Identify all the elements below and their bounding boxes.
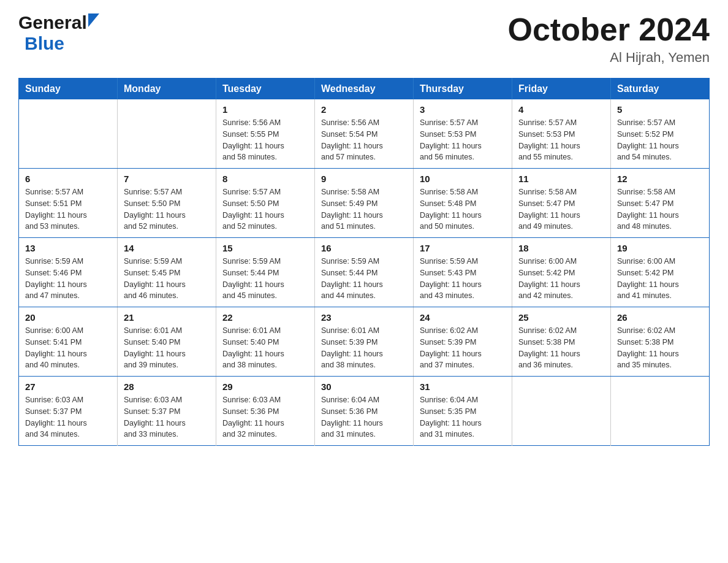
day-number: 8 <box>222 174 308 184</box>
day-info: Sunrise: 5:58 AM Sunset: 5:47 PM Dayligh… <box>518 186 604 232</box>
day-number: 1 <box>222 104 308 115</box>
day-info: Sunrise: 6:02 AM Sunset: 5:38 PM Dayligh… <box>518 325 604 371</box>
day-info: Sunrise: 6:00 AM Sunset: 5:42 PM Dayligh… <box>617 256 703 302</box>
calendar-day-cell: 3Sunrise: 5:57 AM Sunset: 5:53 PM Daylig… <box>414 99 512 169</box>
day-number: 18 <box>518 243 604 253</box>
day-number: 16 <box>321 243 407 253</box>
calendar-day-cell: 31Sunrise: 6:04 AM Sunset: 5:35 PM Dayli… <box>414 377 512 446</box>
logo-arrow-icon <box>88 13 99 29</box>
day-number: 3 <box>420 104 506 115</box>
calendar-day-cell: 18Sunrise: 6:00 AM Sunset: 5:42 PM Dayli… <box>512 238 611 307</box>
day-info: Sunrise: 6:02 AM Sunset: 5:38 PM Dayligh… <box>617 325 703 371</box>
calendar-day-cell: 8Sunrise: 5:57 AM Sunset: 5:50 PM Daylig… <box>216 169 315 238</box>
calendar-day-cell: 1Sunrise: 5:56 AM Sunset: 5:55 PM Daylig… <box>216 99 315 169</box>
day-number: 25 <box>518 312 604 323</box>
calendar-day-cell: 5Sunrise: 5:57 AM Sunset: 5:52 PM Daylig… <box>611 99 710 169</box>
day-info: Sunrise: 5:57 AM Sunset: 5:53 PM Dayligh… <box>518 117 604 163</box>
calendar-header-cell: Tuesday <box>216 79 315 100</box>
day-info: Sunrise: 5:56 AM Sunset: 5:55 PM Dayligh… <box>222 117 308 163</box>
day-number: 11 <box>518 174 604 184</box>
day-info: Sunrise: 6:01 AM Sunset: 5:40 PM Dayligh… <box>222 325 308 371</box>
day-number: 19 <box>617 243 703 253</box>
day-info: Sunrise: 6:03 AM Sunset: 5:37 PM Dayligh… <box>25 394 111 440</box>
day-number: 9 <box>321 174 407 184</box>
day-info: Sunrise: 5:59 AM Sunset: 5:45 PM Dayligh… <box>124 256 210 302</box>
calendar-day-cell <box>512 377 611 446</box>
calendar-day-cell: 26Sunrise: 6:02 AM Sunset: 5:38 PM Dayli… <box>611 307 710 377</box>
day-number: 4 <box>518 104 604 115</box>
calendar-week-row: 27Sunrise: 6:03 AM Sunset: 5:37 PM Dayli… <box>19 377 710 446</box>
calendar-header-cell: Sunday <box>19 79 118 100</box>
day-number: 22 <box>222 312 308 323</box>
calendar-day-cell: 28Sunrise: 6:03 AM Sunset: 5:37 PM Dayli… <box>118 377 216 446</box>
day-info: Sunrise: 5:57 AM Sunset: 5:51 PM Dayligh… <box>25 186 111 232</box>
day-info: Sunrise: 6:02 AM Sunset: 5:39 PM Dayligh… <box>420 325 506 371</box>
calendar-day-cell: 23Sunrise: 6:01 AM Sunset: 5:39 PM Dayli… <box>315 307 414 377</box>
day-number: 10 <box>420 174 506 184</box>
calendar-day-cell: 29Sunrise: 6:03 AM Sunset: 5:36 PM Dayli… <box>216 377 315 446</box>
calendar-table: SundayMondayTuesdayWednesdayThursdayFrid… <box>18 78 710 446</box>
location-text: Al Hijrah, Yemen <box>508 50 710 66</box>
day-info: Sunrise: 5:57 AM Sunset: 5:52 PM Dayligh… <box>617 117 703 163</box>
day-info: Sunrise: 6:04 AM Sunset: 5:36 PM Dayligh… <box>321 394 407 440</box>
day-info: Sunrise: 5:57 AM Sunset: 5:53 PM Dayligh… <box>420 117 506 163</box>
day-number: 28 <box>124 381 210 392</box>
day-number: 29 <box>222 381 308 392</box>
calendar-day-cell: 24Sunrise: 6:02 AM Sunset: 5:39 PM Dayli… <box>414 307 512 377</box>
title-section: October 2024 Al Hijrah, Yemen <box>508 12 710 66</box>
calendar-header-cell: Monday <box>118 79 216 100</box>
day-info: Sunrise: 5:57 AM Sunset: 5:50 PM Dayligh… <box>124 186 210 232</box>
day-info: Sunrise: 5:58 AM Sunset: 5:47 PM Dayligh… <box>617 186 703 232</box>
calendar-day-cell: 27Sunrise: 6:03 AM Sunset: 5:37 PM Dayli… <box>19 377 118 446</box>
svg-marker-0 <box>88 13 99 27</box>
day-info: Sunrise: 5:59 AM Sunset: 5:46 PM Dayligh… <box>25 256 111 302</box>
day-number: 17 <box>420 243 506 253</box>
calendar-day-cell: 19Sunrise: 6:00 AM Sunset: 5:42 PM Dayli… <box>611 238 710 307</box>
month-title: October 2024 <box>508 12 710 47</box>
calendar-body: 1Sunrise: 5:56 AM Sunset: 5:55 PM Daylig… <box>19 99 710 446</box>
day-number: 7 <box>124 174 210 184</box>
day-number: 6 <box>25 174 111 184</box>
calendar-day-cell <box>19 99 118 169</box>
day-number: 30 <box>321 381 407 392</box>
calendar-day-cell: 9Sunrise: 5:58 AM Sunset: 5:49 PM Daylig… <box>315 169 414 238</box>
day-number: 24 <box>420 312 506 323</box>
day-info: Sunrise: 5:56 AM Sunset: 5:54 PM Dayligh… <box>321 117 407 163</box>
calendar-day-cell: 7Sunrise: 5:57 AM Sunset: 5:50 PM Daylig… <box>118 169 216 238</box>
day-number: 5 <box>617 104 703 115</box>
calendar-header-cell: Friday <box>512 79 611 100</box>
day-number: 15 <box>222 243 308 253</box>
calendar-day-cell: 30Sunrise: 6:04 AM Sunset: 5:36 PM Dayli… <box>315 377 414 446</box>
calendar-day-cell: 2Sunrise: 5:56 AM Sunset: 5:54 PM Daylig… <box>315 99 414 169</box>
day-info: Sunrise: 6:04 AM Sunset: 5:35 PM Dayligh… <box>420 394 506 440</box>
calendar-header-cell: Thursday <box>414 79 512 100</box>
day-number: 2 <box>321 104 407 115</box>
day-info: Sunrise: 5:58 AM Sunset: 5:49 PM Dayligh… <box>321 186 407 232</box>
day-info: Sunrise: 6:00 AM Sunset: 5:42 PM Dayligh… <box>518 256 604 302</box>
calendar-day-cell: 20Sunrise: 6:00 AM Sunset: 5:41 PM Dayli… <box>19 307 118 377</box>
calendar-day-cell: 22Sunrise: 6:01 AM Sunset: 5:40 PM Dayli… <box>216 307 315 377</box>
logo: General Blue <box>18 12 99 54</box>
calendar-day-cell: 11Sunrise: 5:58 AM Sunset: 5:47 PM Dayli… <box>512 169 611 238</box>
calendar-week-row: 6Sunrise: 5:57 AM Sunset: 5:51 PM Daylig… <box>19 169 710 238</box>
calendar-day-cell: 15Sunrise: 5:59 AM Sunset: 5:44 PM Dayli… <box>216 238 315 307</box>
calendar-day-cell: 4Sunrise: 5:57 AM Sunset: 5:53 PM Daylig… <box>512 99 611 169</box>
calendar-header-cell: Wednesday <box>315 79 414 100</box>
day-number: 26 <box>617 312 703 323</box>
calendar-day-cell <box>118 99 216 169</box>
day-info: Sunrise: 6:01 AM Sunset: 5:39 PM Dayligh… <box>321 325 407 371</box>
calendar-day-cell: 25Sunrise: 6:02 AM Sunset: 5:38 PM Dayli… <box>512 307 611 377</box>
day-number: 21 <box>124 312 210 323</box>
calendar-week-row: 20Sunrise: 6:00 AM Sunset: 5:41 PM Dayli… <box>19 307 710 377</box>
day-number: 27 <box>25 381 111 392</box>
calendar-day-cell: 13Sunrise: 5:59 AM Sunset: 5:46 PM Dayli… <box>19 238 118 307</box>
calendar-day-cell: 16Sunrise: 5:59 AM Sunset: 5:44 PM Dayli… <box>315 238 414 307</box>
day-info: Sunrise: 5:59 AM Sunset: 5:43 PM Dayligh… <box>420 256 506 302</box>
day-info: Sunrise: 6:03 AM Sunset: 5:36 PM Dayligh… <box>222 394 308 440</box>
day-number: 13 <box>25 243 111 253</box>
page-header: General Blue October 2024 Al Hijrah, Yem… <box>18 12 710 66</box>
day-info: Sunrise: 5:58 AM Sunset: 5:48 PM Dayligh… <box>420 186 506 232</box>
calendar-week-row: 1Sunrise: 5:56 AM Sunset: 5:55 PM Daylig… <box>19 99 710 169</box>
logo-blue-text: Blue <box>25 33 64 53</box>
calendar-header-cell: Saturday <box>611 79 710 100</box>
